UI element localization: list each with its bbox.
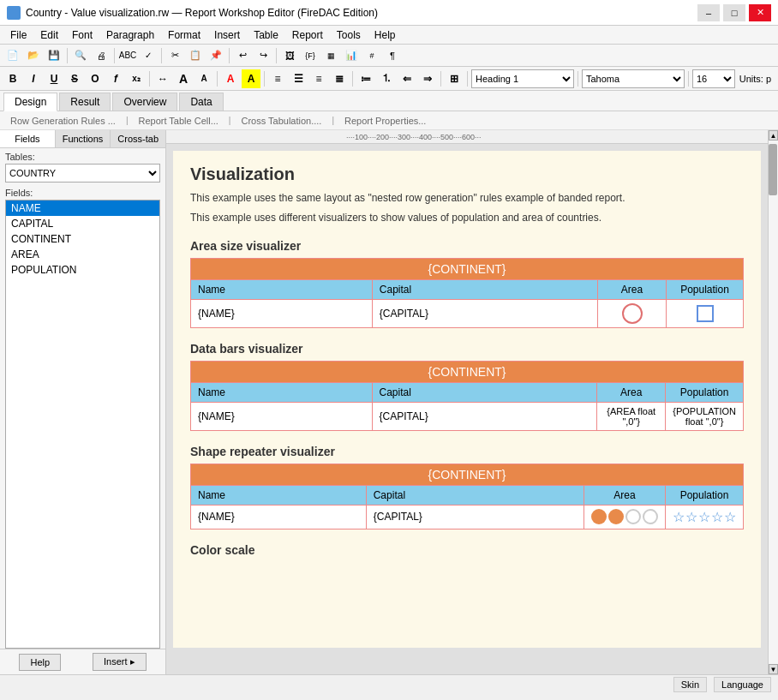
cut-button[interactable]: ✂ (165, 46, 184, 65)
menu-edit[interactable]: Edit (33, 27, 65, 43)
skin-button[interactable]: Skin (673, 677, 707, 692)
star-4: ☆ (711, 509, 723, 525)
right-scrollbar[interactable]: ▲ ▼ (768, 130, 778, 674)
left-panel: Fields Functions Cross-tab Tables: COUNT… (0, 130, 166, 674)
subtab-cross-tab[interactable]: Cross Tabulation.... (234, 114, 328, 128)
font-size-combo[interactable]: 16 (692, 69, 735, 88)
abc-check-button[interactable]: ✓ (139, 46, 158, 65)
section1-data-row: {NAME} {CAPITAL} (191, 299, 744, 327)
align-center-button[interactable]: ☰ (289, 69, 308, 88)
numbering-button[interactable]: ⒈ (377, 69, 396, 88)
align-left-button[interactable]: ≡ (268, 69, 287, 88)
font-family-combo[interactable]: Tahoma (582, 69, 685, 88)
arrows-button[interactable]: ↔ (153, 69, 172, 88)
circle-3 (625, 509, 641, 524)
subtab-table-cell[interactable]: Report Table Cell... (132, 114, 225, 128)
language-button[interactable]: Language (714, 677, 771, 692)
close-button[interactable]: ✕ (749, 4, 771, 21)
underline-button[interactable]: U (45, 69, 63, 88)
field-continent[interactable]: CONTINENT (6, 231, 159, 247)
open-button[interactable]: 📂 (24, 46, 43, 65)
section3-data-pop: ☆ ☆ ☆ ☆ ☆ (666, 505, 744, 529)
field-area[interactable]: AREA (6, 247, 159, 262)
menu-tools[interactable]: Tools (330, 27, 368, 43)
new-button[interactable]: 📄 (3, 46, 22, 65)
star-3: ☆ (698, 509, 710, 525)
scroll-up-button[interactable]: ▲ (769, 130, 778, 141)
formula-button[interactable]: f (106, 69, 125, 88)
tab-data[interactable]: Data (179, 93, 223, 111)
menu-format[interactable]: Format (161, 27, 207, 43)
tab-result[interactable]: Result (59, 93, 111, 111)
panel-tab-fields[interactable]: Fields (0, 130, 56, 147)
paragraph-style-combo[interactable]: Heading 1 (471, 69, 574, 88)
tab-design[interactable]: Design (3, 93, 57, 111)
highlight-button[interactable]: A (242, 69, 260, 88)
pagenum-button[interactable]: # (362, 46, 381, 65)
help-button[interactable]: Help (19, 654, 61, 671)
print-button[interactable]: 🖨 (92, 46, 111, 65)
ruler: ····100····200····300····400····500····6… (166, 130, 768, 144)
field-population[interactable]: POPULATION (6, 262, 159, 278)
field-button[interactable]: {F} (301, 46, 320, 65)
font-shrink-button[interactable]: A (194, 69, 213, 88)
window-controls: – □ ✕ (697, 4, 771, 21)
maximize-button[interactable]: □ (723, 4, 745, 21)
menu-report[interactable]: Report (285, 27, 330, 43)
paste-button[interactable]: 📌 (206, 46, 225, 65)
indent-button[interactable]: ⇒ (418, 69, 437, 88)
print-preview-button[interactable]: 🔍 (71, 46, 90, 65)
scroll-down-button[interactable]: ▼ (769, 664, 778, 674)
subtab-row-gen[interactable]: Row Generation Rules ... (3, 114, 123, 128)
field-name[interactable]: NAME (6, 200, 159, 216)
barcode-button[interactable]: ▦ (321, 46, 340, 65)
section2-data-name: {NAME} (191, 402, 373, 430)
italic-button[interactable]: I (24, 69, 43, 88)
subtab-report-props[interactable]: Report Properties... (338, 114, 433, 128)
section2-table: {CONTINENT} Name Capital Area Population… (190, 361, 744, 431)
toolbar-sep-5 (276, 48, 277, 63)
pilcrow-button[interactable]: ¶ (383, 46, 402, 65)
minimize-button[interactable]: – (697, 4, 720, 21)
image-button[interactable]: 🖼 (280, 46, 299, 65)
chart-button[interactable]: 📊 (342, 46, 361, 65)
justify-button[interactable]: ≣ (330, 69, 349, 88)
strikethrough-button[interactable]: S (65, 69, 84, 88)
section1-data-pop (667, 299, 744, 327)
outline-button[interactable]: O (86, 69, 105, 88)
font-grow-button[interactable]: A (174, 69, 193, 88)
section3-continent-header: {CONTINENT} (191, 464, 744, 485)
font-color-button[interactable]: A (221, 69, 240, 88)
panel-tab-crosstab[interactable]: Cross-tab (111, 130, 165, 147)
menu-file[interactable]: File (3, 27, 33, 43)
table-style-button[interactable]: ⊞ (445, 69, 464, 88)
redo-button[interactable]: ↪ (254, 46, 272, 65)
undo-button[interactable]: ↩ (233, 46, 252, 65)
star-5: ☆ (724, 509, 736, 525)
outdent-button[interactable]: ⇐ (398, 69, 416, 88)
fmt-sep-7 (578, 71, 578, 87)
report-area[interactable]: Visualization This example uses the same… (166, 144, 768, 674)
section2-title: Data bars visualizer (190, 342, 744, 356)
menu-font[interactable]: Font (65, 27, 99, 43)
bullets-button[interactable]: ≔ (356, 69, 375, 88)
align-right-button[interactable]: ≡ (309, 69, 328, 88)
tables-dropdown[interactable]: COUNTRY (5, 164, 160, 182)
save-button[interactable]: 💾 (45, 46, 63, 65)
spell-button[interactable]: ABC (118, 46, 137, 65)
bold-button[interactable]: B (3, 69, 22, 88)
menu-table[interactable]: Table (247, 27, 285, 43)
menu-paragraph[interactable]: Paragraph (99, 27, 161, 43)
panel-tab-functions[interactable]: Functions (56, 130, 111, 147)
section1-table: {CONTINENT} Name Capital Area Population… (190, 258, 744, 328)
scroll-thumb[interactable] (769, 144, 777, 195)
tab-overview[interactable]: Overview (112, 93, 177, 111)
scroll-track (769, 141, 778, 664)
menu-help[interactable]: Help (368, 27, 403, 43)
menu-insert[interactable]: Insert (207, 27, 247, 43)
pop-square-visualizer (697, 305, 714, 322)
copy-button[interactable]: 📋 (186, 46, 205, 65)
field-capital[interactable]: CAPITAL (6, 216, 159, 231)
insert-button[interactable]: Insert ▸ (93, 653, 147, 671)
subscript-button[interactable]: x₂ (127, 69, 146, 88)
